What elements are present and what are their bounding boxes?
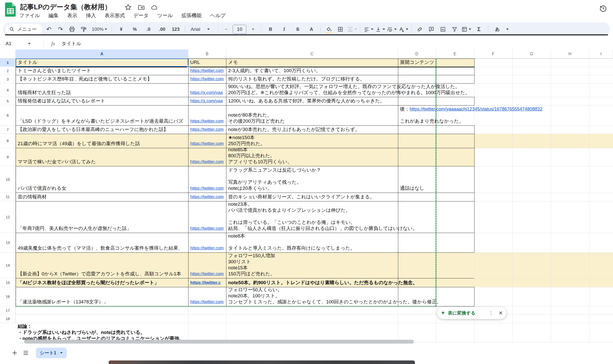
row-header-6[interactable]: 6 — [0, 105, 16, 125]
increase-font-size-button[interactable]: + — [248, 24, 258, 34]
redo-button[interactable]: ↷ — [55, 24, 65, 34]
url-link[interactable]: https://x.com/yaa — [190, 98, 224, 104]
url-link[interactable]: https://twitter.com — [190, 271, 224, 277]
url-link[interactable]: https://twitter.com — [190, 141, 224, 147]
column-header-C[interactable]: C — [226, 49, 398, 59]
cell-B8[interactable]: https://twitter.com — [188, 134, 226, 148]
cell-C3[interactable]: 何のリストも取れず。ただ投稿しただけ。ブログに移行する。 — [226, 75, 398, 83]
row-header-8[interactable]: 8 — [0, 134, 16, 148]
cell-A7[interactable]: 【政治家の愛人をしている日本最高峰のニューハーフに抱かれた話】 — [16, 125, 188, 134]
paint-format-button[interactable] — [79, 24, 89, 34]
url-link[interactable]: https://x.com/yaa — [190, 90, 224, 96]
url-link[interactable]: https://twitter.com — [190, 76, 224, 82]
column-header-B[interactable]: B — [188, 49, 226, 59]
cell-C14[interactable]: フォロワー150人増加 300リスト note15本 150万円ほど売れた。 — [226, 252, 398, 278]
url-link[interactable]: https://twitter.c — [190, 280, 224, 286]
row-header-2[interactable]: 2 — [0, 67, 16, 75]
cell-B5[interactable]: https://x.com/yaa — [188, 97, 226, 105]
url-link[interactable]: https://twitter.com — [190, 225, 224, 231]
cell-B3[interactable]: https://twitter.com — [188, 75, 226, 83]
url-link[interactable]: https://twitter.com — [190, 299, 224, 305]
formula-input[interactable]: タイトル — [61, 40, 81, 47]
cell-A11[interactable]: 昔の情報商材 — [16, 193, 188, 201]
search-menus-button[interactable]: メニュー — [6, 24, 42, 35]
row-header-16[interactable]: 16 — [0, 287, 16, 306]
select-all-corner[interactable] — [0, 49, 16, 59]
url-link[interactable]: https://twitter.com — [190, 159, 224, 165]
cell-B10[interactable]: https://twitter.com — [188, 166, 226, 193]
cell-A9[interactable]: ママ活で稼いだ金でパパ活してみた — [16, 148, 188, 166]
cell-B14[interactable]: https://twitter.com — [188, 252, 226, 278]
row-header-12[interactable]: 12 — [0, 201, 16, 233]
row-header-14[interactable]: 14 — [0, 252, 16, 278]
row-header-17[interactable]: 17 — [0, 306, 16, 315]
name-box[interactable]: A1 — [0, 41, 43, 46]
vertical-align-button[interactable] — [375, 24, 385, 34]
functions-button[interactable]: Σ — [473, 24, 485, 34]
cell-B7[interactable]: https://twitter.com — [188, 125, 226, 134]
cell-A8[interactable]: 21歳の時にママ活（49歳）をして最強の案件獲得した話 — [16, 134, 188, 148]
row-header-18[interactable]: 18 — [0, 315, 16, 323]
add-sheet-button[interactable] — [9, 347, 20, 358]
document-title[interactable]: 記事LPのデータ集（教材用） — [20, 3, 111, 12]
merge-cells-button[interactable] — [347, 24, 357, 34]
menu-view[interactable]: 表示 — [67, 12, 77, 20]
column-header-F[interactable]: F — [474, 49, 512, 59]
cell-A6[interactable]: 「LSD（ドラッグ）をキメながら書いたビジネスレポートが過去最高にバズ — [16, 105, 188, 125]
convert-to-table-button[interactable]: 表に変換する — [448, 310, 475, 316]
font-size-input[interactable]: 10 — [233, 25, 246, 34]
expanded-content-link[interactable]: https://twitter.com/yaaaaachi12345/statu… — [410, 107, 542, 112]
cell-A16[interactable]: 「違法薬物感謝レポート（13478文字）」 — [16, 287, 188, 306]
row-header-5[interactable]: 5 — [0, 97, 16, 105]
cell-A10[interactable]: パパ活で億貢がれる女 — [16, 166, 188, 193]
cell-B12[interactable]: https://twitter.com — [188, 201, 226, 233]
menu-format[interactable]: 表示形式 — [105, 12, 125, 20]
spreadsheet-grid[interactable]: ABCDEFGHI123456789101112131415161718タイトル… — [0, 49, 613, 364]
column-header-E[interactable]: E — [436, 49, 474, 59]
row-header-7[interactable]: 7 — [0, 125, 16, 134]
row-header-9[interactable]: 9 — [0, 148, 16, 166]
filter-button[interactable] — [450, 24, 460, 34]
url-link[interactable]: https://twitter.com — [190, 194, 224, 200]
cell-C15[interactable]: note50本。約900リスト。トレンドはやはり素晴らしい。ただ売るものなかった… — [226, 278, 613, 287]
row-header-11[interactable]: 11 — [0, 193, 16, 201]
cell-C8[interactable]: ★note150本 250万円売れた。 — [226, 134, 398, 148]
format-currency-button[interactable]: ¥ — [115, 24, 127, 34]
cell-C10[interactable]: ドラッグ系ニュアンスは反応しづらいか？ 写真がリアリティあって残った。 note… — [226, 166, 398, 193]
horizontal-scrollbar[interactable] — [24, 340, 414, 344]
text-color-button[interactable]: A — [305, 24, 317, 34]
horizontal-align-button[interactable] — [363, 24, 373, 34]
cell-C16[interactable]: フォロワー50人くらい。 note20本。100リスト。 コンセプトミスった。感… — [226, 287, 613, 306]
cell-D10[interactable]: 通話はなし — [398, 166, 436, 193]
cell-C13[interactable]: note8本 タイトルと導入ミスった。既存客向けになってしまった。 — [226, 233, 613, 252]
insert-chart-button[interactable] — [438, 24, 448, 34]
cell-C5[interactable]: 1200いいね。あるある共感で好評。業界外の優秀な人がめっちゃきた。 — [226, 97, 398, 105]
cell-C6[interactable]: noteが80本売れた。 その後200万円ほど売れた — [226, 105, 398, 125]
more-formats-button[interactable]: 123 — [170, 24, 182, 34]
text-rotation-button[interactable] — [398, 24, 408, 34]
menu-insert[interactable]: 挿入 — [86, 12, 96, 20]
row-header-3[interactable]: 3 — [0, 75, 16, 83]
cell-A14[interactable]: 【新企画】0からX（Twitter）で恋愛アカウントを作成し、高額コンサル1本 — [16, 252, 188, 278]
zoom-control[interactable]: 100% — [90, 24, 109, 34]
cell-A12[interactable]: 「年商7億円、美人転売ヤーの人生が虚無だった話」 — [16, 201, 188, 233]
cell-D1[interactable]: 展開コンテンツ — [398, 59, 436, 67]
cell-C9[interactable]: note85本 800万円以上売れた。 アフィリでも10万円くらい。 — [226, 148, 398, 166]
url-link[interactable]: https://twitter.com — [190, 126, 224, 133]
borders-button[interactable] — [335, 24, 345, 34]
row-header-4[interactable]: 4 — [0, 83, 16, 97]
cell-C1[interactable]: メモ — [226, 59, 398, 67]
cell-B6[interactable]: https://twitter.com — [188, 105, 226, 125]
cell-A4[interactable]: 情報商材で人生狂った話 — [16, 83, 188, 97]
column-header-D[interactable]: D — [398, 49, 436, 59]
decrease-decimal-button[interactable]: .0 — [142, 24, 154, 34]
input-method-button[interactable]: あ — [491, 24, 503, 34]
cell-A2[interactable]: トミーさんと会いましたツイート — [16, 67, 188, 75]
more-options-icon[interactable]: ⋮ — [488, 310, 493, 316]
close-icon[interactable]: ✕ — [499, 310, 503, 316]
url-link[interactable]: https://twitter.com — [190, 68, 224, 74]
star-icon[interactable] — [124, 4, 132, 11]
fill-color-button[interactable] — [324, 24, 334, 34]
column-header-G[interactable]: G — [512, 49, 551, 59]
cell-B9[interactable]: https://twitter.com — [188, 148, 226, 166]
